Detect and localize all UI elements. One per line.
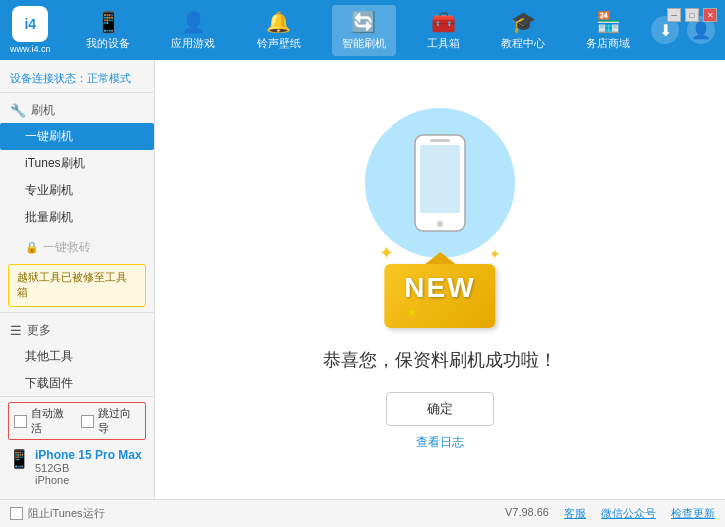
minimize-button[interactable]: ─	[667, 8, 681, 22]
wechat-link[interactable]: 微信公众号	[601, 506, 656, 521]
success-visual: ✦ ✦ NEW ★	[340, 108, 540, 328]
sidebar-divider	[0, 312, 154, 313]
logo-url: www.i4.cn	[10, 44, 51, 54]
sidebar-group-flash: 🔧 刷机 一键刷机 iTunes刷机 专业刷机 批量刷机	[0, 98, 154, 231]
device-type: iPhone	[35, 474, 142, 486]
tutorial-nav-icon: 🎓	[511, 10, 536, 34]
nav-business[interactable]: 🏪 务店商域	[576, 5, 640, 56]
flash-group-label: 刷机	[31, 102, 55, 119]
app-header: i4 www.i4.cn 📱 我的设备 👤 应用游戏 🔔 铃声壁纸 🔄 智能刷机…	[0, 0, 725, 60]
svg-point-3	[437, 221, 443, 227]
sidebar-item-download-firmware[interactable]: 下载固件	[0, 370, 154, 396]
skip-guide-checkbox[interactable]	[81, 415, 94, 428]
sidebar-item-itunes-flash[interactable]: iTunes刷机	[0, 150, 154, 177]
auto-options-row: 自动激活 跳过向导	[8, 402, 146, 440]
logo-icon: i4	[12, 6, 48, 42]
new-badge-text: NEW	[404, 272, 475, 303]
sidebar-item-one-key-flash[interactable]: 一键刷机	[0, 123, 154, 150]
auto-activate-checkbox[interactable]	[14, 415, 27, 428]
auto-activate-label: 自动激活	[31, 406, 73, 436]
logo-text: i4	[24, 16, 36, 32]
footer: 阻止iTunes运行 V7.98.66 客服 微信公众号 检查更新	[0, 499, 725, 527]
device-bottom-section: 自动激活 跳过向导 📱 iPhone 15 Pro Max 512GB iPho…	[0, 396, 154, 494]
sidebar-status: 设备连接状态：正常模式	[0, 65, 154, 93]
svg-rect-1	[420, 145, 460, 213]
device-name: iPhone 15 Pro Max	[35, 448, 142, 462]
sidebar: 设备连接状态：正常模式 🔧 刷机 一键刷机 iTunes刷机 专业刷机 批量刷机	[0, 60, 155, 499]
footer-left: 阻止iTunes运行	[10, 506, 105, 521]
sidebar-group-rescue: 🔒 一键救砖 越狱工具已被修至工具箱	[0, 234, 154, 307]
smart-flash-nav-icon: 🔄	[351, 10, 376, 34]
check-update-link[interactable]: 检查更新	[671, 506, 715, 521]
phone-svg	[410, 133, 470, 233]
sparkle-icon-2: ✦	[490, 123, 500, 137]
nav-bar: 📱 我的设备 👤 应用游戏 🔔 铃声壁纸 🔄 智能刷机 🧰 工具箱 🎓 教程中心…	[66, 5, 651, 56]
app-nav-icon: 👤	[181, 10, 206, 34]
sidebar-group-more-header[interactable]: ☰ 更多	[0, 318, 154, 343]
close-button[interactable]: ✕	[703, 8, 717, 22]
tutorial-nav-label: 教程中心	[501, 36, 545, 51]
prevent-itunes-label: 阻止iTunes运行	[28, 506, 105, 521]
sidebar-group-flash-header[interactable]: 🔧 刷机	[0, 98, 154, 123]
sidebar-item-pro-flash[interactable]: 专业刷机	[0, 177, 154, 204]
sidebar-warning: 越狱工具已被修至工具箱	[8, 264, 146, 307]
business-nav-label: 务店商域	[586, 36, 630, 51]
smart-flash-nav-label: 智能刷机	[342, 36, 386, 51]
sidebar-group-more: ☰ 更多 其他工具 下载固件 高级功能	[0, 318, 154, 396]
nav-tutorial[interactable]: 🎓 教程中心	[491, 5, 555, 56]
rescue-label: 一键救砖	[43, 239, 91, 256]
footer-right: V7.98.66 客服 微信公众号 检查更新	[505, 506, 715, 521]
app-nav-label: 应用游戏	[171, 36, 215, 51]
device-storage: 512GB	[35, 462, 142, 474]
nav-app-game[interactable]: 👤 应用游戏	[161, 5, 225, 56]
lock-icon: 🔒	[25, 241, 39, 254]
more-group-label: 更多	[27, 322, 51, 339]
nav-toolbox[interactable]: 🧰 工具箱	[417, 5, 470, 56]
nav-my-device[interactable]: 📱 我的设备	[76, 5, 140, 56]
device-nav-icon: 📱	[96, 10, 121, 34]
star-right-icon: ✦	[489, 246, 501, 262]
toolbox-nav-icon: 🧰	[431, 10, 456, 34]
confirm-button[interactable]: 确定	[386, 392, 494, 426]
nav-smart-flash[interactable]: 🔄 智能刷机	[332, 5, 396, 56]
prevent-itunes-checkbox[interactable]	[10, 507, 23, 520]
more-group-icon: ☰	[10, 323, 22, 338]
nav-ringtone[interactable]: 🔔 铃声壁纸	[247, 5, 311, 56]
device-info: 📱 iPhone 15 Pro Max 512GB iPhone	[8, 445, 146, 489]
star-left-icon: ✦	[379, 242, 394, 264]
main-layout: 设备连接状态：正常模式 🔧 刷机 一键刷机 iTunes刷机 专业刷机 批量刷机	[0, 60, 725, 499]
sidebar-item-batch-flash[interactable]: 批量刷机	[0, 204, 154, 231]
flash-group-icon: 🔧	[10, 103, 26, 118]
sidebar-item-other-tools[interactable]: 其他工具	[0, 343, 154, 370]
device-phone-icon: 📱	[8, 448, 30, 470]
sparkle-icon: ✦	[380, 118, 393, 137]
svg-rect-2	[430, 139, 450, 142]
ringtone-nav-label: 铃声壁纸	[257, 36, 301, 51]
skip-guide-label: 跳过向导	[98, 406, 140, 436]
star-icon: ★	[406, 304, 419, 320]
ringtone-nav-icon: 🔔	[266, 10, 291, 34]
toolbox-nav-label: 工具箱	[427, 36, 460, 51]
main-content: ✦ ✦ NEW ★	[155, 60, 725, 499]
customer-service-link[interactable]: 客服	[564, 506, 586, 521]
app-logo: i4 www.i4.cn	[10, 6, 51, 54]
maximize-button[interactable]: □	[685, 8, 699, 22]
sidebar-rescue-header: 🔒 一键救砖	[0, 234, 154, 261]
version-label: V7.98.66	[505, 506, 549, 521]
device-details: iPhone 15 Pro Max 512GB iPhone	[35, 448, 142, 486]
device-nav-label: 我的设备	[86, 36, 130, 51]
view-log-link[interactable]: 查看日志	[416, 434, 464, 451]
business-nav-icon: 🏪	[596, 10, 621, 34]
success-message: 恭喜您，保资料刷机成功啦！	[323, 348, 557, 372]
